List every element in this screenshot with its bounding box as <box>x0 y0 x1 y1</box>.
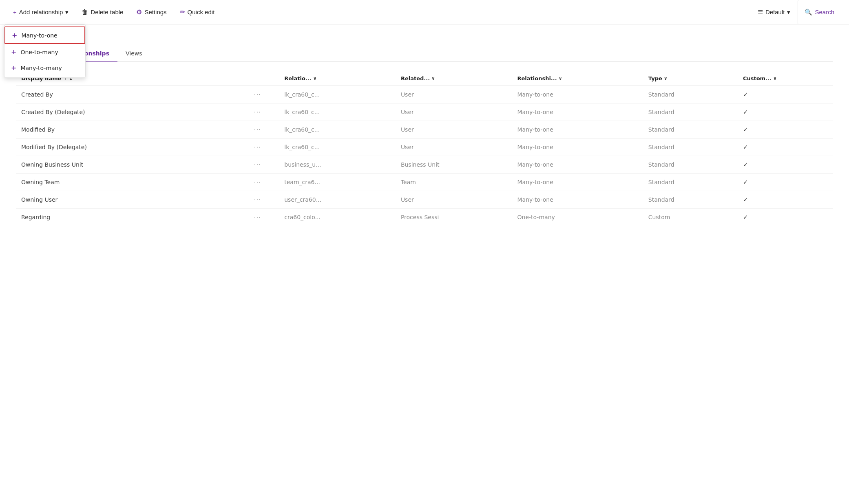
col-type-chevron: ∨ <box>664 76 668 81</box>
default-view-button[interactable]: ☰ Default ▾ <box>752 6 796 18</box>
cell-relationship-type: Many-to-one <box>513 191 643 209</box>
plus-icon-many-to-one: + <box>12 31 17 39</box>
cell-customizable: ✓ <box>738 121 833 139</box>
more-icon[interactable]: ··· <box>254 162 261 168</box>
table-row[interactable]: Owning Business Unit ··· business_u... B… <box>16 156 833 174</box>
dropdown-item-one-to-many[interactable]: + One-to-many <box>4 44 85 60</box>
cell-related-table: User <box>396 86 513 103</box>
col-header-type[interactable]: Type ∨ <box>643 71 738 86</box>
check-icon: ✓ <box>743 196 748 203</box>
plus-icon-many-to-many: + <box>11 64 16 72</box>
table-row[interactable]: Modified By (Delegate) ··· lk_cra60_c...… <box>16 139 833 156</box>
quick-edit-button[interactable]: ✏ Quick edit <box>175 6 220 18</box>
plus-icon-one-to-many: + <box>11 48 16 56</box>
cell-type: Standard <box>643 191 738 209</box>
cell-relationship-type: Many-to-one <box>513 174 643 191</box>
many-to-many-label: Many-to-many <box>20 65 62 71</box>
content-area: Tables › Color Columns Relationships Vie… <box>0 24 849 226</box>
cell-more-options[interactable]: ··· <box>249 103 279 121</box>
cell-more-options[interactable]: ··· <box>249 156 279 174</box>
tab-views[interactable]: Views <box>117 46 150 62</box>
cell-relation-name: team_cra6... <box>279 174 396 191</box>
dropdown-menu: + Many-to-one + One-to-many + Many-to-ma… <box>4 24 86 78</box>
table-row[interactable]: Regarding ··· cra60_colo... Process Sess… <box>16 209 833 226</box>
cell-relation-name: lk_cra60_c... <box>279 139 396 156</box>
cell-more-options[interactable]: ··· <box>249 209 279 226</box>
cell-related-table: User <box>396 139 513 156</box>
settings-label: Settings <box>144 9 166 15</box>
cell-display-name: Created By (Delegate) <box>16 103 249 121</box>
table-row[interactable]: Created By (Delegate) ··· lk_cra60_c... … <box>16 103 833 121</box>
col-custom-label: Custom... <box>743 75 772 81</box>
cell-relation-name: user_cra60... <box>279 191 396 209</box>
breadcrumb: Tables › Color <box>16 24 833 46</box>
cell-related-table: User <box>396 191 513 209</box>
quick-edit-label: Quick edit <box>188 9 215 15</box>
cell-relation-name: lk_cra60_c... <box>279 103 396 121</box>
toolbar-right: ☰ Default ▾ 🔍 Search <box>752 0 841 24</box>
more-icon[interactable]: ··· <box>254 180 261 185</box>
cell-relationship-type: Many-to-one <box>513 121 643 139</box>
more-icon[interactable]: ··· <box>254 215 261 220</box>
more-icon[interactable]: ··· <box>254 92 261 98</box>
more-icon[interactable]: ··· <box>254 197 261 203</box>
col-related-label: Related... <box>401 75 430 81</box>
more-icon[interactable]: ··· <box>254 127 261 133</box>
add-relationship-button[interactable]: + Add relationship ▾ <box>8 6 73 18</box>
many-to-one-label: Many-to-one <box>21 32 57 39</box>
table-row[interactable]: Owning User ··· user_cra60... User Many-… <box>16 191 833 209</box>
cell-related-table: User <box>396 121 513 139</box>
table-row[interactable]: Modified By ··· lk_cra60_c... User Many-… <box>16 121 833 139</box>
table-row[interactable]: Created By ··· lk_cra60_c... User Many-t… <box>16 86 833 103</box>
more-icon[interactable]: ··· <box>254 110 261 115</box>
cell-relationship-type: Many-to-one <box>513 139 643 156</box>
delete-table-label: Delete table <box>91 9 123 15</box>
check-icon: ✓ <box>743 108 748 116</box>
cell-type: Standard <box>643 174 738 191</box>
cell-display-name: Created By <box>16 86 249 103</box>
col-relation-label: Relatio... <box>284 75 311 81</box>
cell-related-table: User <box>396 103 513 121</box>
plus-icon: + <box>13 9 17 15</box>
col-related-chevron: ∨ <box>431 76 435 81</box>
more-icon[interactable]: ··· <box>254 145 261 150</box>
col-header-customizable[interactable]: Custom... ∨ <box>738 71 833 86</box>
search-label: Search <box>815 9 834 15</box>
table-row[interactable]: Owning Team ··· team_cra6... Team Many-t… <box>16 174 833 191</box>
default-chevron: ▾ <box>787 9 790 16</box>
relationships-table: Display name ↑ ↓ Relatio... ∨ Related... <box>16 71 833 226</box>
col-type-label: Type <box>648 75 662 81</box>
add-relationship-dropdown: + Many-to-one + One-to-many + Many-to-ma… <box>4 24 86 78</box>
col-header-relationship-type[interactable]: Relationshi... ∨ <box>513 71 643 86</box>
delete-table-button[interactable]: 🗑 Delete table <box>77 6 128 18</box>
menu-lines-icon: ☰ <box>758 9 763 16</box>
cell-type: Standard <box>643 103 738 121</box>
cell-more-options[interactable]: ··· <box>249 139 279 156</box>
cell-more-options[interactable]: ··· <box>249 191 279 209</box>
cell-relation-name: lk_cra60_c... <box>279 121 396 139</box>
col-relation-chevron: ∨ <box>313 76 317 81</box>
cell-customizable: ✓ <box>738 174 833 191</box>
cell-type: Standard <box>643 139 738 156</box>
cell-more-options[interactable]: ··· <box>249 174 279 191</box>
col-relship-chevron: ∨ <box>559 76 562 81</box>
cell-customizable: ✓ <box>738 103 833 121</box>
cell-relation-name: lk_cra60_c... <box>279 86 396 103</box>
col-header-more <box>249 71 279 86</box>
col-header-relation[interactable]: Relatio... ∨ <box>279 71 396 86</box>
cell-relation-name: cra60_colo... <box>279 209 396 226</box>
search-button[interactable]: 🔍 Search <box>798 0 841 24</box>
settings-button[interactable]: ⚙ Settings <box>131 6 171 18</box>
cell-customizable: ✓ <box>738 86 833 103</box>
cell-display-name: Owning Business Unit <box>16 156 249 174</box>
add-relationship-label: Add relationship <box>19 9 63 15</box>
cell-more-options[interactable]: ··· <box>249 86 279 103</box>
cell-display-name: Owning User <box>16 191 249 209</box>
toolbar: + Add relationship ▾ 🗑 Delete table ⚙ Se… <box>0 0 849 24</box>
check-icon: ✓ <box>743 161 748 168</box>
cell-related-table: Team <box>396 174 513 191</box>
col-header-related[interactable]: Related... ∨ <box>396 71 513 86</box>
dropdown-item-many-to-one[interactable]: + Many-to-one <box>4 26 85 44</box>
cell-more-options[interactable]: ··· <box>249 121 279 139</box>
dropdown-item-many-to-many[interactable]: + Many-to-many <box>4 60 85 76</box>
